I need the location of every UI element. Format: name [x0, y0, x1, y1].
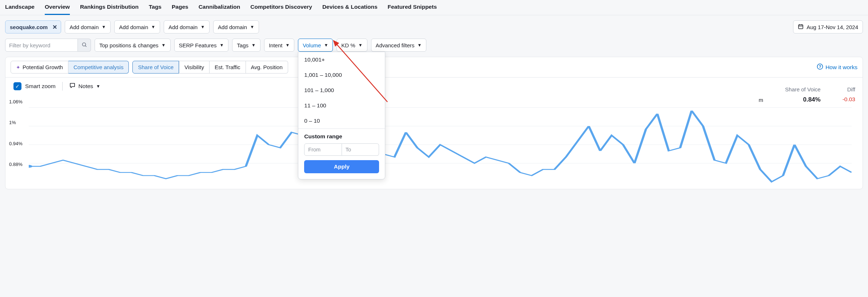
chevron-down-icon: ▼ [162, 43, 166, 48]
chevron-down-icon: ▼ [285, 43, 290, 48]
close-icon[interactable]: ✕ [51, 23, 59, 31]
date-range-button[interactable]: Aug 17-Nov 14, 2024 [793, 20, 863, 33]
chevron-down-icon: ▼ [358, 43, 363, 48]
help-icon: ? [817, 63, 823, 71]
chevron-down-icon: ▼ [219, 43, 224, 48]
sub-tab-label: Potential Growth [23, 64, 63, 70]
domain-row: seoquake.com ✕ Add domain▼ Add domain▼ A… [0, 15, 868, 39]
nav-tab-rankings-distribution[interactable]: Rankings Distribution [80, 0, 139, 15]
sub-tab-competitive-analysis[interactable]: Competitive analysis [68, 61, 129, 74]
svg-point-9 [29, 165, 32, 168]
custom-range-section: Custom range Apply [298, 129, 385, 179]
nav-tab-tags[interactable]: Tags [149, 0, 162, 15]
sub-tabs-row: ✦Potential GrowthCompetitive analysis Sh… [5, 57, 863, 78]
y-axis-tick: 0.88% [9, 161, 23, 167]
range-from-input[interactable] [304, 143, 342, 156]
date-range-text: Aug 17-Nov 14, 2024 [807, 24, 858, 30]
notes-icon [69, 82, 76, 90]
top-positions-filter[interactable]: Top positions & changes▼ [95, 39, 171, 52]
y-axis-tick: 0.94% [9, 140, 23, 146]
sparkle-icon: ✦ [16, 64, 20, 70]
add-domain-button[interactable]: Add domain▼ [65, 20, 111, 33]
add-domain-label: Add domain [218, 24, 247, 30]
domain-chip[interactable]: seoquake.com ✕ [5, 20, 61, 33]
how-it-works-label: How it works [825, 64, 857, 71]
calendar-icon [798, 24, 804, 31]
secondary-sub-tabs: Share of VoiceVisibilityEst. TrafficAvg.… [132, 61, 288, 74]
filter-label: Volume [303, 42, 321, 48]
sub-tab-label: Competitive analysis [73, 64, 124, 70]
add-domain-label: Add domain [119, 24, 148, 30]
svg-rect-0 [799, 25, 803, 29]
sub-tab-avg-position[interactable]: Avg. Position [246, 61, 288, 74]
chevron-down-icon: ▼ [101, 24, 106, 29]
volume-dropdown: 10,001+1,001 – 10,000101 – 1,00011 – 100… [298, 52, 385, 179]
y-axis-tick: 1.06% [9, 99, 23, 104]
volume-option[interactable]: 101 – 1,000 [298, 83, 385, 98]
sub-tab-est-traffic[interactable]: Est. Traffic [210, 61, 246, 74]
volume-filter[interactable]: Volume▼ [298, 39, 333, 52]
main-panel: ✦Potential GrowthCompetitive analysis Sh… [5, 57, 863, 189]
volume-option[interactable]: 11 – 100 [298, 98, 385, 113]
filter-label: Top positions & changes [99, 42, 159, 48]
search-button[interactable] [78, 39, 91, 52]
filter-label: SERP Features [179, 42, 217, 48]
primary-sub-tabs: ✦Potential GrowthCompetitive analysis [11, 61, 129, 74]
nav-tab-overview[interactable]: Overview [45, 0, 70, 15]
nav-tab-landscape[interactable]: Landscape [5, 0, 35, 15]
chevron-down-icon: ▼ [96, 84, 100, 89]
nav-tab-competitors-discovery[interactable]: Competitors Discovery [250, 0, 312, 15]
nav-tab-featured-snippets[interactable]: Featured Snippets [388, 0, 437, 15]
nav-tab-devices-locations[interactable]: Devices & Locations [322, 0, 378, 15]
how-it-works-link[interactable]: ? How it works [817, 63, 857, 71]
svg-text:?: ? [819, 64, 821, 69]
chevron-down-icon: ▼ [200, 24, 205, 29]
custom-range-title: Custom range [304, 133, 379, 140]
sub-tab-visibility[interactable]: Visibility [179, 61, 210, 74]
serp-features-filter[interactable]: SERP Features▼ [174, 39, 229, 52]
chevron-down-icon: ▼ [251, 43, 256, 48]
svg-point-1 [82, 43, 85, 46]
filter-label: Advanced filters [376, 42, 415, 48]
filter-label: Tags [237, 42, 248, 48]
keyword-filter-input[interactable] [5, 39, 78, 52]
line-chart [29, 98, 852, 185]
nav-tab-pages[interactable]: Pages [172, 0, 188, 15]
volume-option[interactable]: 1,001 – 10,000 [298, 67, 385, 83]
chevron-down-icon: ▼ [250, 24, 254, 29]
nav-tab-cannibalization[interactable]: Cannibalization [199, 0, 240, 15]
sub-tab-share-of-voice[interactable]: Share of Voice [132, 61, 179, 74]
chart-controls: ✓ Smart zoom Notes ▼ [5, 78, 863, 91]
add-domain-button[interactable]: Add domain▼ [164, 20, 210, 33]
y-axis-tick: 1% [9, 120, 16, 125]
advanced-filters[interactable]: Advanced filters▼ [371, 39, 427, 52]
add-domain-label: Add domain [168, 24, 198, 30]
add-domain-button[interactable]: Add domain▼ [114, 20, 160, 33]
nav-tabs: LandscapeOverviewRankings DistributionTa… [0, 0, 868, 15]
add-domain-button[interactable]: Add domain▼ [213, 20, 259, 33]
checkbox-checked-icon: ✓ [13, 82, 21, 90]
notes-label: Notes [79, 83, 93, 90]
add-domain-label: Add domain [69, 24, 99, 30]
chart-area: 1.06%1%0.94%0.88% [5, 91, 863, 189]
tags-filter[interactable]: Tags▼ [232, 39, 260, 52]
filter-row: Top positions & changes▼ SERP Features▼ … [0, 39, 868, 57]
volume-option[interactable]: 10,001+ [298, 52, 385, 67]
keyword-filter-group [5, 39, 91, 52]
chevron-down-icon: ▼ [151, 24, 155, 29]
filter-label: Intent [269, 42, 283, 48]
kd-filter[interactable]: KD %▼ [337, 39, 367, 52]
domain-chip-text: seoquake.com [10, 24, 48, 30]
smart-zoom-label: Smart zoom [25, 83, 56, 90]
notes-button[interactable]: Notes ▼ [69, 82, 100, 90]
apply-button[interactable]: Apply [304, 160, 379, 173]
chevron-down-icon: ▼ [417, 43, 422, 48]
divider [62, 82, 63, 91]
smart-zoom-toggle[interactable]: ✓ Smart zoom [13, 82, 56, 90]
range-to-input[interactable] [342, 143, 379, 156]
intent-filter[interactable]: Intent▼ [264, 39, 294, 52]
filter-label: KD % [341, 42, 355, 48]
volume-option[interactable]: 0 – 10 [298, 113, 385, 128]
chevron-down-icon: ▼ [324, 43, 328, 48]
sub-tab-potential-growth[interactable]: ✦Potential Growth [11, 61, 68, 74]
